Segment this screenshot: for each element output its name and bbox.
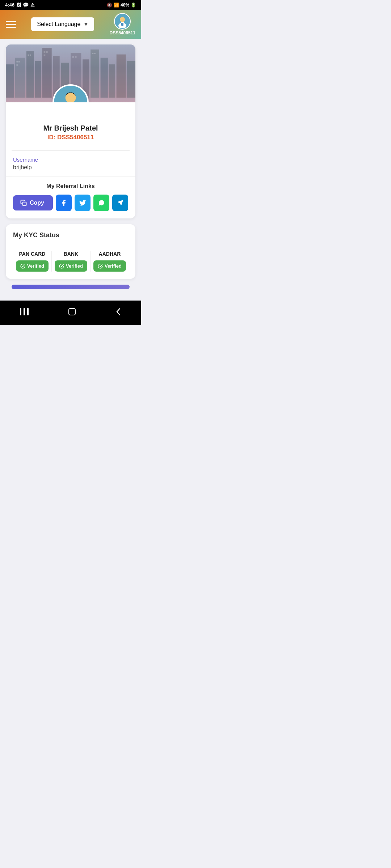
avatar-svg (56, 88, 85, 102)
svg-rect-25 (44, 51, 46, 53)
svg-rect-24 (30, 55, 31, 56)
language-label: Select Language (37, 21, 80, 27)
profile-name: Mr Brijesh Patel (13, 124, 128, 132)
svg-rect-22 (16, 64, 18, 66)
copy-button[interactable]: Copy (13, 195, 53, 210)
avatar-svg-small (116, 15, 129, 28)
svg-rect-37 (20, 308, 21, 315)
svg-rect-38 (24, 308, 25, 315)
profile-info: Mr Brijesh Patel ID: DSS5406511 (6, 102, 135, 150)
kyc-title: My KYC Status (13, 231, 128, 239)
notification-icon: 💬 (23, 2, 29, 8)
nav-back-button[interactable] (108, 306, 129, 320)
referral-title: My Referral Links (13, 183, 128, 190)
pan-card-label: PAN CARD (19, 251, 46, 257)
svg-rect-15 (91, 50, 99, 98)
svg-rect-29 (75, 56, 77, 58)
bank-status: Verified (55, 260, 87, 272)
status-left: 4:46 🖼 💬 ⚠ (5, 2, 35, 8)
hamburger-line-3 (6, 27, 16, 28)
mute-icon: 🔇 (107, 3, 112, 8)
battery-text: 48% (121, 3, 129, 8)
main-content: Mr Brijesh Patel ID: DSS5406511 Username… (0, 39, 141, 301)
profile-banner (6, 44, 135, 102)
aadhar-label: AADHAR (99, 251, 121, 257)
bank-label: BANK (64, 251, 78, 257)
svg-rect-20 (16, 61, 18, 63)
svg-rect-6 (6, 64, 14, 98)
svg-rect-27 (44, 55, 46, 56)
svg-rect-26 (46, 51, 48, 53)
bank-verified-icon (59, 264, 64, 269)
user-profile-header[interactable]: DSS5406511 (110, 13, 135, 35)
svg-rect-36 (23, 202, 26, 206)
hamburger-button[interactable] (6, 21, 16, 28)
pan-card-status: Verified (16, 260, 49, 272)
svg-rect-9 (35, 61, 41, 98)
svg-rect-4 (121, 23, 123, 26)
copy-label: Copy (30, 200, 44, 206)
nav-menu-button[interactable] (13, 306, 36, 319)
nav-back-icon (115, 308, 121, 316)
header-user-id: DSS5406511 (110, 30, 135, 35)
kyc-card: My KYC Status PAN CARD Verified BANK (6, 224, 135, 279)
language-selector-button[interactable]: Select Language ▼ (31, 17, 94, 31)
battery-icon: 🔋 (131, 3, 136, 8)
svg-rect-21 (18, 61, 20, 63)
svg-rect-40 (69, 309, 75, 315)
hamburger-line-1 (6, 21, 16, 22)
username-value: brijhelp (13, 164, 128, 171)
nav-home-button[interactable] (61, 306, 83, 320)
username-label: Username (13, 157, 128, 163)
nav-home-icon (68, 308, 76, 316)
profile-id: ID: DSS5406511 (13, 134, 128, 141)
kyc-items: PAN CARD Verified BANK Verified (13, 245, 128, 272)
kyc-item-pan: PAN CARD Verified (13, 251, 52, 272)
facebook-icon (60, 199, 67, 207)
twitter-icon (79, 199, 86, 207)
bottom-button-hint[interactable] (12, 285, 130, 289)
profile-avatar-circle (52, 84, 89, 102)
svg-rect-28 (72, 56, 74, 58)
kyc-item-aadhar: AADHAR Verified (91, 251, 129, 272)
twitter-share-button[interactable] (75, 195, 91, 211)
status-right: 🔇 📶 48% 🔋 (107, 3, 136, 8)
whatsapp-share-button[interactable] (93, 195, 109, 211)
hamburger-line-2 (6, 24, 16, 25)
svg-rect-23 (28, 55, 29, 56)
pan-verified-icon (20, 264, 25, 269)
nav-bar (0, 301, 141, 325)
svg-rect-18 (117, 55, 126, 98)
facebook-share-button[interactable] (56, 195, 72, 211)
svg-rect-16 (101, 58, 108, 98)
time-text: 4:46 (5, 2, 14, 8)
telegram-icon (117, 199, 124, 207)
svg-rect-7 (15, 58, 25, 98)
telegram-share-button[interactable] (112, 195, 128, 211)
profile-avatar (52, 84, 89, 102)
referral-section: My Referral Links Copy (6, 177, 135, 218)
username-section: Username brijhelp (6, 151, 135, 177)
referral-buttons: Copy (13, 195, 128, 211)
svg-rect-19 (127, 61, 135, 98)
user-avatar-small (114, 13, 131, 30)
profile-card: Mr Brijesh Patel ID: DSS5406511 Username… (6, 44, 135, 218)
gallery-icon: 🖼 (16, 2, 21, 8)
aadhar-status: Verified (93, 260, 126, 272)
svg-point-1 (120, 17, 125, 22)
svg-rect-17 (109, 64, 115, 98)
copy-icon (20, 200, 27, 206)
warning-icon: ⚠ (30, 2, 35, 8)
svg-rect-30 (92, 53, 94, 54)
kyc-item-bank: BANK Verified (52, 251, 91, 272)
wifi-icon: 📶 (114, 3, 119, 8)
aadhar-verified-icon (98, 264, 103, 269)
whatsapp-icon (98, 199, 105, 207)
svg-rect-39 (27, 308, 29, 315)
chevron-down-icon: ▼ (83, 21, 88, 27)
app-header: Select Language ▼ DSS5406511 (0, 10, 141, 39)
status-bar: 4:46 🖼 💬 ⚠ 🔇 📶 48% 🔋 (0, 0, 141, 10)
svg-rect-8 (26, 51, 34, 98)
nav-menu-icon (20, 308, 29, 315)
svg-rect-31 (94, 53, 96, 54)
